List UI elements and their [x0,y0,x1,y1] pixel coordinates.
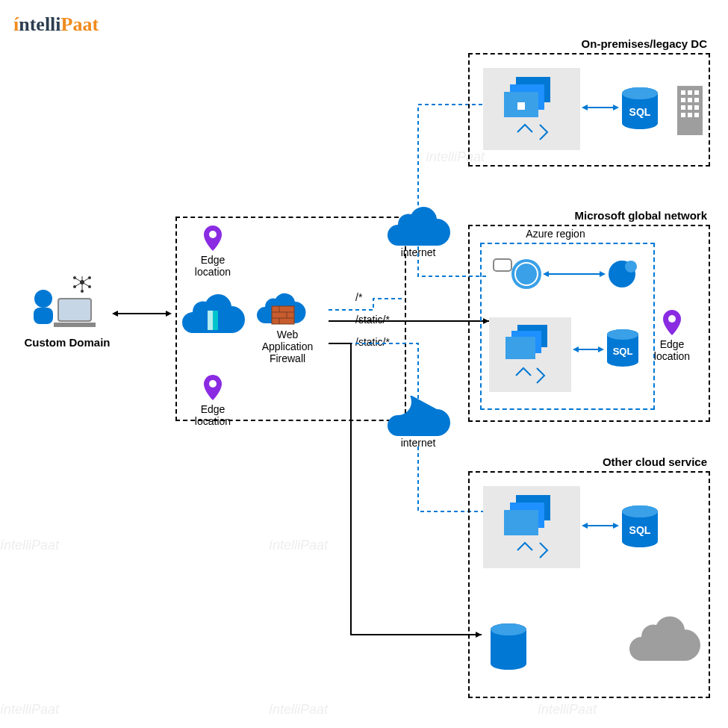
custom-domain-group: Custom Domain [22,276,112,349]
svg-marker-82 [613,523,619,529]
svg-point-0 [34,290,52,308]
svg-text:SQL: SQL [629,106,651,118]
svg-rect-55 [688,113,692,117]
svg-point-14 [81,290,84,293]
arrow-user-edge [112,308,172,319]
svg-rect-54 [681,113,685,117]
svg-rect-53 [694,105,699,110]
svg-point-84 [491,623,526,635]
svg-marker-19 [166,311,172,317]
svg-marker-18 [112,311,118,317]
vm-cluster-icon [483,486,580,568]
vm-cluster-bg [483,486,580,568]
sql-icon: SQL [619,86,661,134]
svg-rect-23 [272,306,294,324]
vm-cluster-icon [489,317,571,392]
svg-text:SQL: SQL [629,524,651,536]
svg-rect-2 [58,299,91,321]
svg-point-63 [625,261,637,273]
svg-rect-1 [34,308,53,324]
svg-point-15 [73,285,76,288]
edge-location-right: Edge location [661,308,694,362]
edge-location-top: Edge location [202,224,235,278]
svg-point-12 [88,276,91,279]
azure-region-box: SQL [480,243,655,410]
cloud-icon [626,615,701,662]
ms-global-box: Azure region SQL Edge location [468,225,710,422]
custom-domain-label: Custom Domain [22,336,112,349]
svg-rect-58 [494,259,511,271]
svg-rect-45 [681,90,685,95]
svg-point-20 [209,231,217,238]
svg-point-78 [622,505,658,517]
arrow-bidir [582,102,619,113]
sql-icon: SQL [604,328,641,371]
svg-marker-81 [582,523,588,529]
svg-rect-37 [517,102,525,110]
onprem-region: On-premises/legacy DC SQL [468,37,710,167]
svg-marker-61 [600,271,606,277]
svg-text:SQL: SQL [613,346,633,357]
svg-rect-56 [694,113,699,117]
user-laptop-icon [22,276,112,336]
svg-rect-50 [694,98,699,102]
sql-icon: SQL [619,504,661,552]
svg-rect-48 [681,98,685,102]
svg-rect-52 [688,105,692,110]
svg-point-68 [607,329,638,340]
svg-marker-72 [598,346,604,352]
firewall-icon [254,291,306,329]
edge-location-bottom: Edge location [202,373,235,427]
ms-global-region: Microsoft global network Azure region SQ… [468,209,710,422]
arrow-bidir [573,344,604,355]
location-pin-icon [661,308,683,338]
vm-cluster-bg [489,317,571,392]
storage-icon [488,622,529,674]
vm-cluster-icon [483,68,580,150]
onprem-box: SQL [468,53,710,167]
svg-rect-66 [505,337,535,359]
svg-rect-76 [504,510,538,535]
svg-rect-3 [54,323,96,327]
azure-services-row [489,252,646,296]
location-pin-icon [202,224,224,254]
svg-rect-49 [688,98,692,102]
svg-marker-42 [582,105,588,111]
location-pin-icon [202,373,224,403]
building-icon [676,84,704,137]
other-cloud-region: Other cloud service SQL [468,455,710,698]
svg-point-16 [73,276,76,279]
svg-marker-71 [573,346,579,352]
svg-rect-47 [694,90,699,95]
frontdoor-icon [179,291,246,336]
svg-rect-22 [208,311,213,330]
vm-cluster-bg [483,68,580,150]
logo: íntelliPaat [13,13,99,36]
svg-point-13 [88,285,91,288]
svg-point-73 [668,315,676,323]
svg-marker-43 [613,105,619,111]
svg-point-29 [209,380,217,388]
svg-rect-51 [681,105,685,110]
svg-rect-46 [688,90,692,95]
svg-point-39 [622,87,658,99]
svg-marker-60 [543,271,549,277]
arrow-bidir [582,520,619,531]
other-cloud-box: SQL [468,471,710,698]
